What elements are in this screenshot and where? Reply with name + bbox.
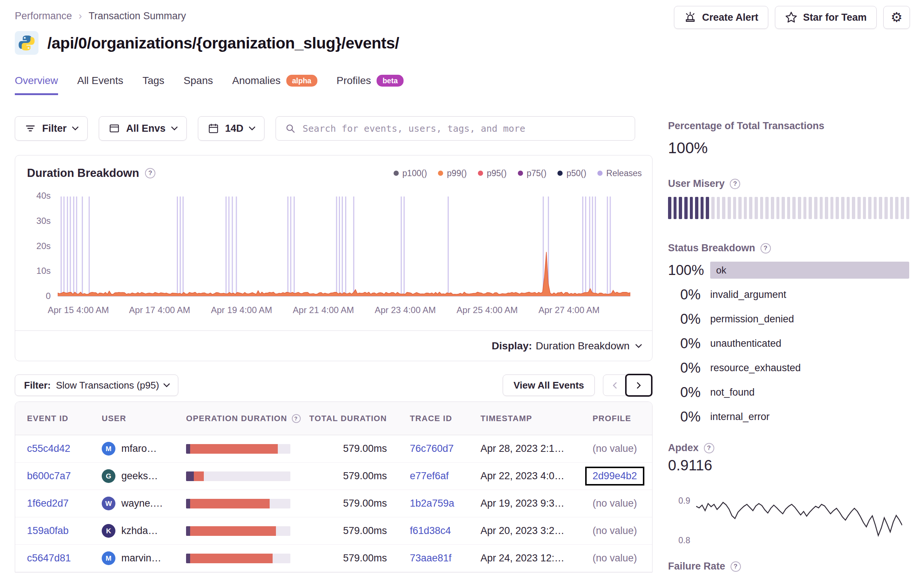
event-id-link[interactable]: 159a0fab <box>27 525 69 536</box>
date-range-dropdown[interactable]: 14D <box>198 116 265 141</box>
environment-dropdown[interactable]: All Envs <box>99 116 187 141</box>
events-toolbar: Filter: Slow Transactions (p95) View All… <box>15 374 652 397</box>
trace-id-link[interactable]: 1b2a759a <box>410 498 454 509</box>
help-icon[interactable]: ? <box>292 414 301 423</box>
help-icon[interactable]: ? <box>761 243 771 253</box>
title-row: /api/0/organizations/{organization_slug}… <box>15 31 399 55</box>
total-duration-cell: 579.00ms <box>301 553 398 564</box>
column-header-label: PROFILE <box>592 414 631 423</box>
misery-bar <box>673 197 677 219</box>
legend-item[interactable]: p100() <box>394 168 427 179</box>
filter-dropdown[interactable]: Filter <box>15 116 87 141</box>
column-header-label: EVENT ID <box>27 414 68 423</box>
tab-label: Overview <box>15 75 58 87</box>
status-name: resource_exhausted <box>710 362 801 374</box>
profile-cell: (no value) <box>581 443 652 454</box>
legend-item[interactable]: p95() <box>478 168 507 179</box>
profile-link[interactable]: 2d99e4b2 <box>592 470 637 482</box>
previous-page-button[interactable] <box>603 374 626 396</box>
avatar: M <box>102 442 116 455</box>
chevron-left-icon <box>612 382 619 389</box>
help-icon[interactable]: ? <box>145 168 155 179</box>
legend-item[interactable]: p99() <box>438 168 467 179</box>
view-all-events-button[interactable]: View All Events <box>503 374 595 396</box>
column-header-event-id[interactable]: EVENT ID <box>15 414 90 423</box>
legend-label: p75() <box>527 168 547 179</box>
user-misery-heading: User Misery ? <box>668 178 740 189</box>
display-label: Display: <box>492 340 532 352</box>
total-duration-value: 579.00ms <box>343 443 387 454</box>
profile-cell: 2d99e4b2 <box>581 467 652 485</box>
misery-bar <box>765 197 769 219</box>
legend-item[interactable]: p50() <box>558 168 586 179</box>
trace-id-link[interactable]: e77ef6af <box>410 470 449 482</box>
search-input[interactable] <box>303 123 626 134</box>
user-name: mfaro… <box>121 443 157 454</box>
column-header-timestamp[interactable]: TIMESTAMP <box>469 414 581 423</box>
column-header-trace-id[interactable]: TRACE ID <box>398 414 469 423</box>
timestamp-cell: Apr 28, 2023 2:1… <box>469 443 581 454</box>
status-name: invalid_argument <box>710 289 786 301</box>
event-id-link[interactable]: c55c4d42 <box>27 443 70 454</box>
misery-bar <box>738 197 742 219</box>
legend-item[interactable]: p75() <box>518 168 547 179</box>
breadcrumb-performance[interactable]: Performance <box>15 10 72 22</box>
trace-id-link[interactable]: f61d38c4 <box>410 525 451 536</box>
status-name: unauthenticated <box>710 338 781 349</box>
misery-bar <box>879 197 882 219</box>
tab-tags[interactable]: Tags <box>142 75 164 95</box>
column-header-user[interactable]: USER <box>90 414 174 423</box>
environment-dropdown-label: All Envs <box>126 123 166 134</box>
help-icon[interactable]: ? <box>730 179 740 189</box>
tabs: OverviewAll EventsTagsSpansAnomaliesalph… <box>15 75 404 95</box>
x-axis-label: Apr 21 4:00 AM <box>282 305 364 315</box>
chevron-down-icon <box>163 381 170 387</box>
help-icon[interactable]: ? <box>704 443 714 454</box>
misery-bar <box>901 197 904 219</box>
legend-dot-icon <box>394 170 399 176</box>
transactions-filter-dropdown[interactable]: Filter: Slow Transactions (p95) <box>15 374 178 396</box>
tab-anomalies[interactable]: Anomaliesalpha <box>232 75 317 95</box>
misery-bar <box>863 197 866 219</box>
apdex-y-label: 0.8 <box>668 535 690 545</box>
misery-bar <box>744 197 747 219</box>
table-row: c5647d81Mmarvin…579.00ms73aae81fApr 24, … <box>15 545 652 572</box>
calendar-icon <box>208 123 219 134</box>
help-icon[interactable]: ? <box>731 561 741 572</box>
event-id-link[interactable]: b600c7a7 <box>27 470 71 482</box>
trace-id-link[interactable]: 76c760d7 <box>410 443 454 454</box>
tab-overview[interactable]: Overview <box>15 75 58 95</box>
events-table-body: c55c4d42Mmfaro…579.00ms76c760d7Apr 28, 2… <box>15 435 652 572</box>
pagination <box>603 374 652 397</box>
total-duration-cell: 579.00ms <box>301 443 398 454</box>
duration-chart-plot[interactable] <box>58 197 630 297</box>
event-id-cell: 159a0fab <box>15 525 90 536</box>
user-misery-bars <box>668 197 909 219</box>
duration-chart-y-axis: 40s30s20s10s0 <box>15 156 51 361</box>
breadcrumb: Performance › Transaction Summary <box>15 10 186 22</box>
event-id-link[interactable]: c5647d81 <box>27 553 71 564</box>
legend-item[interactable]: Releases <box>597 168 642 179</box>
apdex-value: 0.9116 <box>668 457 712 474</box>
chevron-down-icon <box>171 124 178 130</box>
misery-bar <box>852 197 855 219</box>
tab-all-events[interactable]: All Events <box>77 75 124 95</box>
tab-profiles[interactable]: Profilesbeta <box>337 75 404 95</box>
tab-label: Spans <box>183 75 213 87</box>
transaction-summary-page: Performance › Transaction Summary Create… <box>0 0 924 581</box>
timestamp-cell: Apr 19, 2023 9:3… <box>469 498 581 509</box>
column-header-operation-duration[interactable]: OPERATION DURATION? <box>174 414 301 423</box>
display-selector[interactable]: Duration Breakdown <box>536 340 641 352</box>
status-row-permission_denied: 0%permission_denied <box>668 307 909 331</box>
event-id-cell: b600c7a7 <box>15 470 90 482</box>
apdex-heading: Apdex ? <box>668 442 714 454</box>
event-id-link[interactable]: 1f6ed2d7 <box>27 498 69 509</box>
misery-bar <box>804 197 807 219</box>
next-page-button[interactable] <box>625 374 652 397</box>
tab-spans[interactable]: Spans <box>183 75 213 95</box>
user-name: wayne.… <box>121 498 163 509</box>
chart-legend: p100()p99()p95()p75()p50()Releases <box>394 168 642 179</box>
column-header-total-duration[interactable]: TOTAL DURATION <box>301 414 398 423</box>
column-header-profile[interactable]: PROFILE <box>581 414 652 423</box>
trace-id-link[interactable]: 73aae81f <box>410 553 452 564</box>
